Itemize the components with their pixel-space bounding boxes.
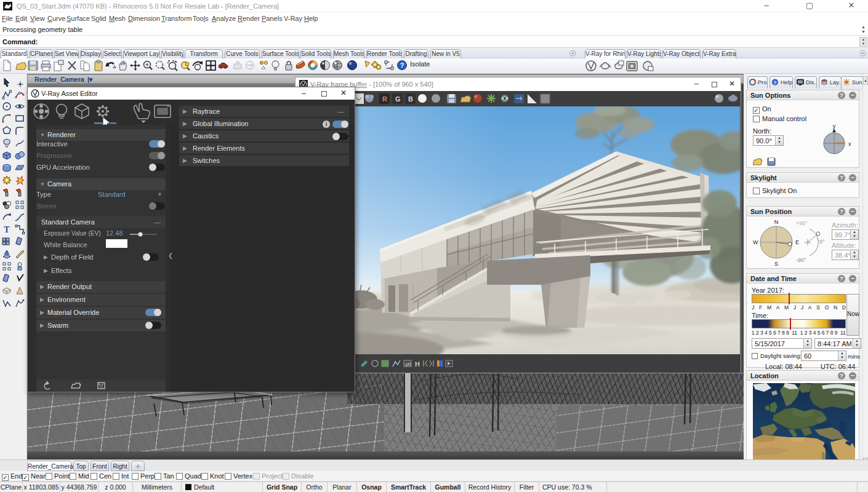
svg-text:y: y <box>833 125 836 129</box>
svg-text:G: G <box>395 95 401 103</box>
svg-text:R: R <box>382 95 387 103</box>
svg-text:B: B <box>408 95 413 103</box>
svg-text:sR: sR <box>405 362 411 367</box>
svg-text:?: ? <box>774 80 777 85</box>
svg-text:H: H <box>415 360 420 368</box>
svg-text:W: W <box>753 239 758 245</box>
svg-text:x: x <box>848 141 851 147</box>
svg-text:E: E <box>795 239 799 245</box>
svg-text:?: ? <box>400 62 404 69</box>
svg-text:Isolate: Isolate <box>410 60 430 68</box>
svg-text:S: S <box>774 261 778 267</box>
svg-text:N: N <box>774 219 779 225</box>
